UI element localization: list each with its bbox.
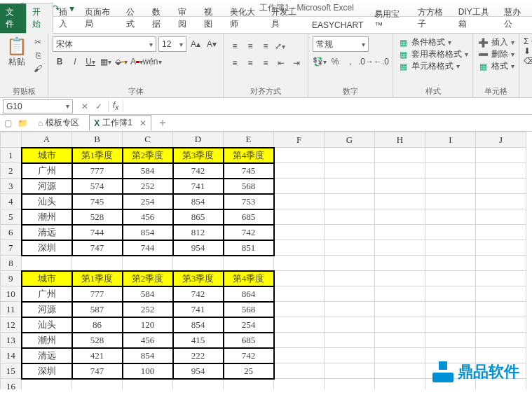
phonetic-button[interactable]: wén▾ [145, 55, 159, 69]
empty-cell[interactable] [274, 286, 325, 302]
tab-layout[interactable]: 页面布局 [79, 4, 120, 33]
data-cell[interactable]: 742 [173, 163, 224, 179]
col-header[interactable]: G [325, 132, 375, 148]
template-tab[interactable]: ⌂模板专区 [34, 116, 83, 130]
data-cell[interactable]: 汕头 [22, 317, 72, 333]
empty-cell[interactable] [72, 256, 123, 271]
data-cell[interactable]: 854 [123, 348, 173, 363]
border-button[interactable]: ▦▾ [99, 55, 113, 69]
empty-cell[interactable] [425, 179, 476, 194]
data-cell[interactable]: 777 [72, 163, 123, 179]
empty-cell[interactable] [375, 179, 425, 194]
data-cell[interactable]: 741 [173, 302, 224, 317]
clear-button[interactable]: ⌫▾ [524, 56, 532, 66]
data-cell[interactable]: 744 [72, 225, 123, 240]
empty-cell[interactable] [476, 225, 526, 240]
data-cell[interactable]: 745 [224, 163, 274, 179]
copy-icon[interactable]: ⎘ [32, 50, 43, 61]
row-header[interactable]: 13 [1, 333, 22, 348]
data-cell[interactable]: 415 [173, 333, 224, 348]
row-header[interactable]: 11 [1, 302, 22, 317]
empty-cell[interactable] [476, 256, 526, 271]
data-cell[interactable]: 第2季度 [123, 148, 173, 163]
data-cell[interactable]: 城市 [22, 271, 72, 286]
col-header[interactable]: C [123, 132, 173, 148]
data-cell[interactable]: 456 [123, 209, 173, 225]
data-cell[interactable]: 747 [72, 240, 123, 256]
empty-cell[interactable] [224, 379, 274, 390]
empty-cell[interactable] [325, 194, 375, 209]
tab-beauty[interactable]: 美化大师 [224, 4, 265, 33]
data-cell[interactable]: 854 [173, 317, 224, 333]
empty-cell[interactable] [325, 379, 375, 390]
font-name-combo[interactable]: 宋体▾ [53, 36, 156, 52]
data-cell[interactable]: 第4季度 [224, 148, 274, 163]
empty-cell[interactable] [375, 317, 425, 333]
row-header[interactable]: 9 [1, 271, 22, 286]
data-cell[interactable]: 25 [224, 363, 274, 379]
empty-cell[interactable] [425, 333, 476, 348]
row-header[interactable]: 3 [1, 179, 22, 194]
empty-cell[interactable] [325, 240, 375, 256]
data-cell[interactable]: 864 [224, 286, 274, 302]
bold-button[interactable]: B [53, 55, 67, 69]
empty-cell[interactable] [274, 148, 325, 163]
data-cell[interactable]: 252 [123, 302, 173, 317]
data-cell[interactable]: 第4季度 [224, 271, 274, 286]
row-header[interactable]: 6 [1, 225, 22, 240]
empty-cell[interactable] [425, 240, 476, 256]
cell-styles-button[interactable]: ▦单元格格式 ▾ [397, 60, 468, 72]
row-header[interactable]: 1 [1, 148, 22, 163]
empty-cell[interactable] [375, 163, 425, 179]
tab-home[interactable]: 开始 [26, 3, 53, 34]
col-header[interactable]: A [22, 132, 72, 148]
data-cell[interactable]: 河源 [22, 179, 72, 194]
indent-inc-icon[interactable]: ⇥ [289, 56, 303, 70]
empty-cell[interactable] [425, 194, 476, 209]
empty-cell[interactable] [375, 225, 425, 240]
data-cell[interactable]: 421 [72, 348, 123, 363]
data-cell[interactable]: 685 [224, 333, 274, 348]
empty-cell[interactable] [375, 333, 425, 348]
formula-input[interactable] [123, 99, 532, 113]
fx-icon[interactable]: fx [108, 100, 123, 111]
comma-icon[interactable]: , [343, 55, 357, 69]
data-cell[interactable]: 584 [123, 163, 173, 179]
data-cell[interactable]: 第1季度 [72, 271, 123, 286]
insert-cells-button[interactable]: ➕插入 ▾ [477, 36, 514, 48]
data-cell[interactable]: 254 [123, 194, 173, 209]
empty-cell[interactable] [425, 209, 476, 225]
data-cell[interactable]: 741 [173, 179, 224, 194]
empty-cell[interactable] [274, 194, 325, 209]
tab-hui[interactable]: 慧办公 [498, 4, 532, 33]
data-cell[interactable]: 深圳 [22, 240, 72, 256]
empty-cell[interactable] [325, 179, 375, 194]
col-header[interactable]: I [425, 132, 476, 148]
data-cell[interactable]: 第3季度 [173, 271, 224, 286]
empty-cell[interactable] [325, 363, 375, 379]
empty-cell[interactable] [274, 163, 325, 179]
data-cell[interactable]: 584 [123, 286, 173, 302]
grow-font-icon[interactable]: A▴ [189, 37, 203, 51]
select-all-corner[interactable] [1, 132, 22, 148]
inc-decimal-icon[interactable]: .0→ [359, 55, 373, 69]
empty-cell[interactable] [375, 363, 425, 379]
align-bottom-icon[interactable]: ≡ [259, 39, 273, 53]
data-cell[interactable]: 86 [72, 317, 123, 333]
spreadsheet-grid[interactable]: ABCDEFGHIJ1城市第1季度第2季度第3季度第4季度2广州77758474… [0, 132, 532, 389]
row-header[interactable]: 4 [1, 194, 22, 209]
data-cell[interactable]: 744 [123, 240, 173, 256]
row-header[interactable]: 5 [1, 209, 22, 225]
number-format-combo[interactable]: 常规▾ [313, 36, 369, 52]
data-cell[interactable]: 865 [173, 209, 224, 225]
format-cells-button[interactable]: ▦格式 ▾ [477, 60, 514, 72]
data-cell[interactable]: 潮州 [22, 333, 72, 348]
empty-cell[interactable] [173, 379, 224, 390]
empty-cell[interactable] [425, 256, 476, 271]
italic-button[interactable]: I [68, 55, 82, 69]
row-header[interactable]: 2 [1, 163, 22, 179]
tab-fang[interactable]: 方方格子 [412, 4, 453, 33]
underline-button[interactable]: U▾ [83, 55, 97, 69]
data-cell[interactable]: 747 [72, 363, 123, 379]
data-cell[interactable]: 第1季度 [72, 148, 123, 163]
